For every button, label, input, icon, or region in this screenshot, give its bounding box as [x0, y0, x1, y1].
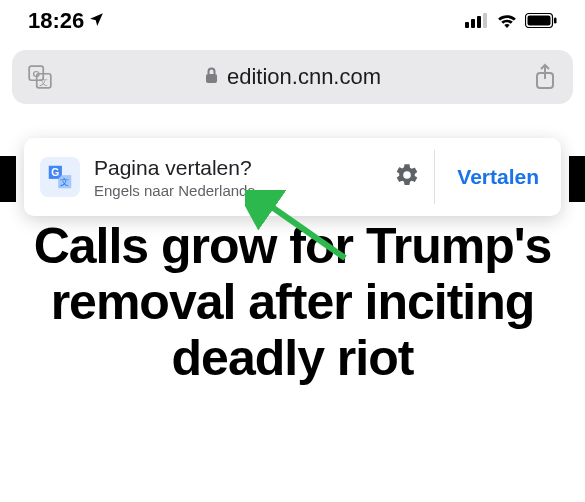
lock-icon [204, 64, 219, 90]
translate-action-label: Vertalen [457, 165, 539, 189]
location-icon [88, 8, 105, 34]
status-time: 18:26 [28, 8, 84, 34]
svg-rect-6 [554, 18, 557, 24]
wifi-icon [496, 8, 518, 34]
translate-prompt-panel: G 文 Pagina vertalen? Engels naar Nederla… [24, 138, 561, 216]
svg-rect-0 [465, 22, 469, 28]
translate-action-button[interactable]: Vertalen [435, 138, 561, 216]
battery-icon [525, 8, 557, 34]
svg-text:文: 文 [39, 77, 48, 87]
gear-icon [394, 162, 420, 192]
url-display[interactable]: edition.cnn.com [54, 64, 531, 90]
status-left: 18:26 [28, 8, 105, 34]
svg-rect-1 [471, 19, 475, 28]
share-icon[interactable] [531, 63, 559, 91]
status-right [465, 8, 557, 34]
svg-text:G: G [51, 167, 59, 178]
page-edge-right [569, 156, 585, 202]
url-bar[interactable]: G 文 edition.cnn.com [12, 50, 573, 104]
google-translate-icon: G 文 [40, 157, 80, 197]
article-headline[interactable]: Calls grow for Trump's removal after inc… [0, 218, 585, 386]
svg-rect-5 [528, 16, 551, 26]
svg-rect-11 [206, 74, 217, 83]
translate-menu-icon[interactable]: G 文 [26, 63, 54, 91]
translate-info: G 文 Pagina vertalen? Engels naar Nederla… [24, 138, 380, 216]
cellular-icon [465, 8, 489, 34]
svg-text:文: 文 [60, 177, 69, 187]
svg-rect-3 [483, 13, 487, 28]
status-bar: 18:26 [0, 0, 585, 40]
translate-subtitle: Engels naar Nederlands [94, 182, 255, 199]
translate-settings-button[interactable] [380, 138, 434, 216]
svg-rect-2 [477, 16, 481, 28]
translate-title: Pagina vertalen? [94, 156, 255, 180]
url-text: edition.cnn.com [227, 64, 381, 90]
page-edge-left [0, 156, 16, 202]
